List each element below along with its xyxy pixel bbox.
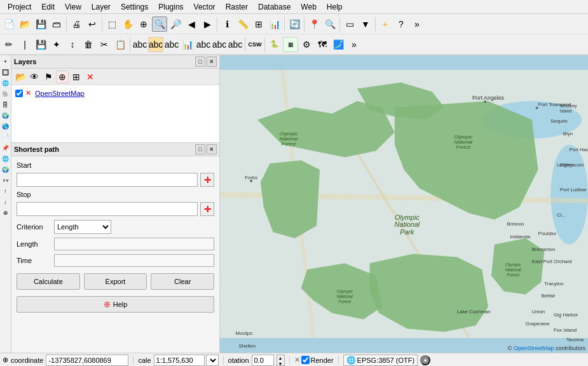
select-more-btn[interactable]: ▼	[358, 17, 373, 32]
label-abc6-btn[interactable]: abc	[228, 37, 243, 52]
open-attr-btn[interactable]: 📊	[267, 17, 282, 32]
menu-database[interactable]: Database	[253, 1, 296, 13]
zoom-select-btn[interactable]: ⊞	[251, 17, 266, 32]
plugin1-btn[interactable]: 🗺	[315, 37, 330, 52]
status-message-btn[interactable]: ●	[420, 355, 430, 365]
edit-node-btn[interactable]: |	[17, 37, 32, 52]
menu-help[interactable]: Help	[322, 1, 348, 13]
length-result-input[interactable]	[54, 238, 214, 250]
diagram-btn[interactable]: 📊	[180, 37, 195, 52]
layers-remove-btn[interactable]: ✕	[84, 71, 97, 83]
add-raster-btn[interactable]: 🔲	[1, 67, 11, 78]
add-wms-btn[interactable]: 🌐	[1, 78, 11, 88]
add-feature-btn[interactable]: ✦	[49, 37, 64, 52]
label-abc-btn[interactable]: abc	[132, 37, 147, 52]
calculate-btn[interactable]: Calculate	[17, 273, 80, 290]
zoom-layer-btn[interactable]: 🔍	[322, 17, 338, 32]
rotation-input[interactable]	[252, 355, 274, 366]
layer-name-label[interactable]: OpenStreetMap	[35, 90, 85, 97]
menu-settings[interactable]: Settings	[116, 1, 153, 13]
scale-input[interactable]	[154, 355, 205, 366]
zoom-in-btn[interactable]: 🔍	[152, 17, 167, 32]
menu-web[interactable]: Web	[296, 1, 321, 13]
time-result-input[interactable]	[54, 254, 214, 267]
globe1-btn[interactable]: 🌐	[1, 154, 11, 164]
identify-btn[interactable]: ℹ	[219, 17, 235, 32]
epsg-btn[interactable]: 🌐 EPSG:3857 (OTF)	[343, 355, 418, 366]
gps-btn[interactable]: ⊕	[1, 208, 11, 218]
python-btn[interactable]: 🐍	[267, 37, 282, 52]
add-wfs-btn[interactable]: 🌎	[1, 121, 11, 132]
print-btn[interactable]: 🖨	[69, 17, 84, 32]
label-abc3-btn[interactable]: abc	[164, 37, 179, 52]
menu-raster[interactable]: Raster	[221, 1, 253, 13]
help-btn[interactable]: ❊ Help	[17, 296, 214, 313]
layers-open-btn[interactable]: 📂	[14, 71, 27, 83]
osm-link[interactable]: OpenStreetMap	[514, 345, 554, 351]
menu-layer[interactable]: Layer	[86, 1, 116, 13]
globe2-btn[interactable]: 🌍	[1, 165, 11, 175]
save-edits-btn[interactable]: 💾	[33, 37, 48, 52]
coordinate-input[interactable]	[46, 355, 128, 366]
layers-eye-btn[interactable]: 👁	[28, 71, 41, 83]
add-gpx-btn[interactable]: 📌	[1, 143, 11, 153]
delete-feature-btn[interactable]: 🗑	[81, 37, 96, 52]
render-checkbox[interactable]	[301, 356, 310, 364]
undo-btn[interactable]: ↩	[85, 17, 100, 32]
layer-item-osm[interactable]: ✕ OpenStreetMap	[14, 88, 217, 98]
menu-vector[interactable]: Vector	[189, 1, 221, 13]
scale-select[interactable]: ▼	[206, 355, 219, 366]
add-layer-btn[interactable]: +	[378, 17, 393, 32]
menu-view[interactable]: View	[60, 1, 86, 13]
move-feature-btn[interactable]: ↕	[65, 37, 80, 52]
add-vector-btn[interactable]: +	[1, 57, 11, 67]
measure-btn[interactable]: 📏	[235, 17, 250, 32]
plugin2-btn[interactable]: 🗾	[331, 37, 346, 52]
zoom-last-btn[interactable]: ◀	[184, 17, 199, 32]
sp-close-btn[interactable]: ✕	[207, 144, 217, 154]
cut-btn[interactable]: ✂	[97, 37, 112, 52]
new-project-btn[interactable]: 📄	[1, 17, 17, 32]
help-btn-toolbar[interactable]: ?	[393, 17, 409, 32]
pan-btn[interactable]: ✋	[120, 17, 135, 32]
label-abc4-btn[interactable]: abc	[196, 37, 211, 52]
export-btn[interactable]: Export	[84, 273, 147, 290]
add-wcs-btn[interactable]: 🌍	[1, 111, 11, 121]
refresh-btn[interactable]: 🔄	[287, 17, 302, 32]
label-abc5-btn[interactable]: abc	[212, 37, 227, 52]
layers-maximize-btn[interactable]: □	[195, 57, 205, 67]
menu-plugins[interactable]: Plugins	[153, 1, 188, 13]
start-input[interactable]	[17, 173, 198, 187]
menu-project[interactable]: Project	[3, 1, 36, 13]
start-pick-btn[interactable]: ✛	[200, 173, 214, 187]
add-postgis-btn[interactable]: 🐘	[1, 89, 11, 99]
layers-filter-btn[interactable]: ⚑	[42, 71, 55, 83]
criterion-select[interactable]: Length Time	[54, 220, 111, 234]
rotation-stepper[interactable]: ▲ ▼	[277, 355, 285, 366]
edit-pencil-btn[interactable]: ✏	[1, 37, 17, 52]
stop-pick-btn[interactable]: ✛	[200, 202, 214, 216]
arrow-down-btn[interactable]: ↓	[1, 197, 11, 207]
clipboard-btn[interactable]: 📋	[113, 37, 128, 52]
save-project-btn[interactable]: 💾	[33, 17, 48, 32]
menu-edit[interactable]: Edit	[36, 1, 60, 13]
label-abc2-btn[interactable]: abc	[148, 37, 163, 52]
more-tools-btn[interactable]: »	[409, 17, 425, 32]
layers-add-group-btn[interactable]: ⊕	[56, 71, 69, 83]
select-rect-btn[interactable]: ▭	[342, 17, 357, 32]
layers-close-btn[interactable]: ✕	[207, 57, 217, 67]
open-project-btn[interactable]: 📂	[17, 17, 32, 32]
grass-btn[interactable]: ▦	[283, 37, 298, 52]
location-btn[interactable]: 📍	[306, 17, 322, 32]
add-spatialite-btn[interactable]: 🗄	[1, 100, 11, 110]
map-area[interactable]: Olympic National Forest Olympic National…	[220, 55, 588, 353]
layer-visibility-checkbox[interactable]	[15, 90, 23, 97]
add-delimited-btn[interactable]: 📄	[1, 132, 11, 142]
save-as-btn[interactable]: 🗃	[49, 17, 64, 32]
zoom-out-btn[interactable]: 🔎	[168, 17, 183, 32]
stop-input[interactable]	[17, 202, 198, 216]
zoom-next-btn[interactable]: ▶	[200, 17, 215, 32]
processing-btn[interactable]: ⚙	[299, 37, 314, 52]
layers-expand-btn[interactable]: ⊞	[70, 71, 83, 83]
more-tools2-btn[interactable]: »	[346, 37, 362, 52]
